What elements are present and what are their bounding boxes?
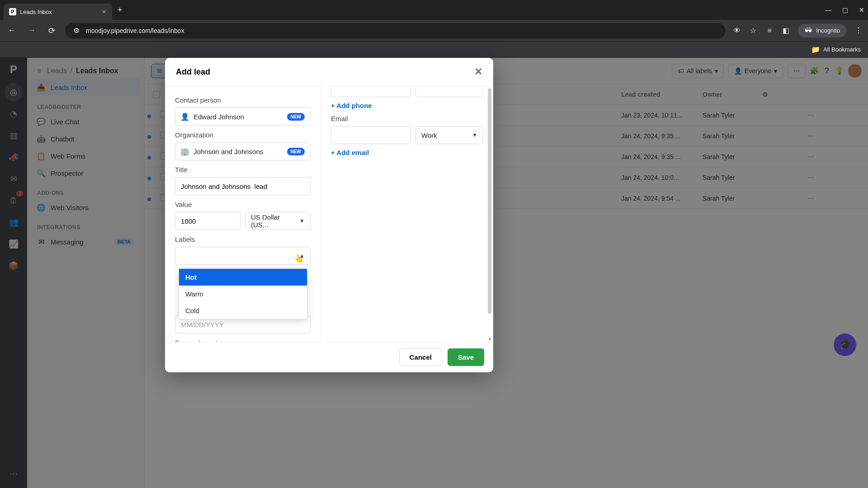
label-value: Value bbox=[175, 201, 311, 208]
close-icon[interactable]: ✕ bbox=[474, 66, 482, 78]
bookmark-star-icon[interactable]: ☆ bbox=[749, 27, 757, 35]
bookmarks-bar: 📁 All Bookmarks bbox=[0, 42, 868, 58]
add-lead-modal: Add lead ✕ Contact person 👤 Edward Johns… bbox=[165, 58, 493, 372]
modal-scrollbar[interactable]: ▴ ▾ bbox=[487, 86, 492, 342]
phone-field[interactable] bbox=[331, 88, 411, 97]
dropdown-option-hot[interactable]: Hot bbox=[179, 269, 307, 286]
dropdown-option-cold[interactable]: Cold bbox=[179, 302, 307, 319]
side-panel-icon[interactable]: ◧ bbox=[782, 27, 790, 35]
modal-title: Add lead bbox=[176, 67, 210, 77]
scroll-down-arrow-icon[interactable]: ▾ bbox=[488, 337, 491, 342]
incognito-chip[interactable]: 🕶 Incognito bbox=[798, 24, 846, 38]
person-icon: 👤 bbox=[181, 113, 189, 121]
address-bar[interactable]: ⚙ moodjoy.pipedrive.com/leads/inbox bbox=[65, 23, 726, 38]
browser-tab-strip: P Leads Inbox ✕ + — ▢ ✕ bbox=[0, 0, 868, 20]
all-bookmarks-link[interactable]: All Bookmarks bbox=[823, 46, 861, 53]
email-field[interactable] bbox=[331, 126, 411, 144]
labels-dropdown: Hot Warm Cold bbox=[179, 268, 307, 319]
url-text: moodjoy.pipedrive.com/leads/inbox bbox=[86, 27, 184, 34]
title-input[interactable] bbox=[181, 183, 305, 190]
reload-icon[interactable]: ⟳ bbox=[45, 26, 58, 36]
modal-footer: Cancel Save bbox=[165, 342, 493, 372]
overflow-menu-icon[interactable]: ⋮ bbox=[854, 27, 863, 35]
email-type-value: Work bbox=[421, 131, 437, 139]
modal-body: Contact person 👤 Edward Johnson NEW Orga… bbox=[165, 86, 493, 342]
cancel-button[interactable]: Cancel bbox=[399, 348, 442, 366]
save-button[interactable]: Save bbox=[448, 348, 484, 366]
chevron-down-icon: ▼ bbox=[472, 132, 477, 138]
forward-icon: → bbox=[25, 26, 38, 35]
new-badge: NEW bbox=[287, 113, 305, 121]
maximize-icon[interactable]: ▢ bbox=[842, 6, 848, 14]
organization-field[interactable]: 🏢 Johnson and Johnsons NEW bbox=[175, 142, 311, 160]
close-window-icon[interactable]: ✕ bbox=[859, 6, 864, 14]
labels-select[interactable]: ▲ 👆 Hot Warm Cold bbox=[175, 247, 311, 265]
org-icon: 🏢 bbox=[181, 147, 189, 155]
label-email: Email bbox=[331, 115, 483, 122]
favicon: P bbox=[9, 8, 16, 15]
scroll-thumb[interactable] bbox=[488, 88, 491, 314]
incognito-label: Incognito bbox=[816, 27, 840, 34]
close-tab-icon[interactable]: ✕ bbox=[102, 9, 107, 15]
label-contact-person: Contact person bbox=[175, 96, 311, 104]
value-amount-field[interactable] bbox=[175, 212, 241, 230]
folder-icon: 📁 bbox=[811, 46, 820, 54]
window-controls: — ▢ ✕ bbox=[825, 6, 864, 14]
cursor-pointer-icon: 👆 bbox=[294, 253, 304, 263]
add-phone-link[interactable]: + Add phone bbox=[331, 102, 483, 109]
eye-off-icon[interactable]: 👁 bbox=[733, 27, 741, 35]
chevron-down-icon: ▼ bbox=[299, 218, 305, 224]
email-type-select[interactable]: Work ▼ bbox=[415, 126, 483, 144]
label-organization: Organization bbox=[175, 131, 311, 139]
add-email-link[interactable]: + Add email bbox=[331, 149, 483, 156]
playlist-icon[interactable]: ≡ bbox=[765, 27, 774, 35]
contact-person-value: Edward Johnson bbox=[193, 113, 244, 121]
new-badge: NEW bbox=[287, 148, 305, 155]
contact-person-field[interactable]: 👤 Edward Johnson NEW bbox=[175, 108, 311, 126]
minimize-icon[interactable]: — bbox=[825, 6, 831, 14]
phone-type-select[interactable] bbox=[415, 88, 483, 97]
organization-value: Johnson and Johnsons bbox=[193, 148, 263, 155]
modal-header: Add lead ✕ bbox=[165, 58, 493, 86]
label-title: Title bbox=[175, 166, 311, 174]
date-placeholder: MM/DD/YYYY bbox=[181, 321, 224, 328]
currency-value: US Dollar (US... bbox=[251, 213, 295, 229]
title-field[interactable] bbox=[175, 177, 311, 195]
incognito-icon: 🕶 bbox=[804, 27, 812, 35]
tab-title: Leads Inbox bbox=[20, 9, 52, 15]
currency-select[interactable]: US Dollar (US... ▼ bbox=[245, 212, 311, 230]
browser-toolbar: ← → ⟳ ⚙ moodjoy.pipedrive.com/leads/inbo… bbox=[0, 20, 868, 42]
site-settings-icon[interactable]: ⚙ bbox=[72, 27, 80, 35]
label-labels: Labels bbox=[175, 235, 311, 243]
label-person-importance: Person Importance bbox=[175, 339, 311, 342]
new-tab-button[interactable]: + bbox=[118, 5, 123, 15]
dropdown-option-warm[interactable]: Warm bbox=[179, 286, 307, 302]
browser-tab[interactable]: P Leads Inbox ✕ bbox=[4, 4, 112, 20]
back-icon[interactable]: ← bbox=[5, 26, 18, 35]
